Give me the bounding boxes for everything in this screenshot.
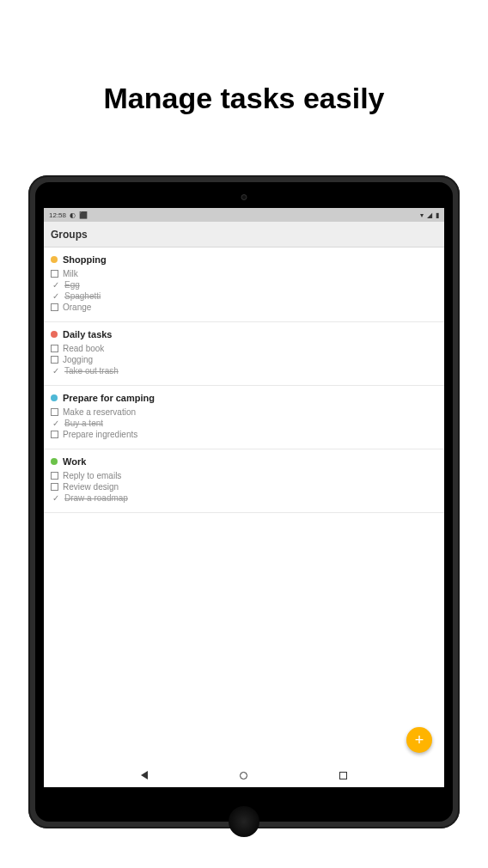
android-nav-bar (44, 763, 444, 787)
promo-headline: Manage tasks easily (104, 82, 385, 115)
task-label: Buy a tent (64, 419, 103, 428)
group-title: Work (63, 456, 86, 467)
task-label: Draw a roadmap (64, 493, 128, 503)
app-header: Groups (44, 222, 444, 248)
task-label: Jogging (63, 355, 93, 364)
nav-home-icon[interactable] (240, 772, 247, 779)
checkbox-icon[interactable] (51, 356, 58, 364)
add-fab-button[interactable]: + (406, 727, 432, 753)
status-time: 12:58 (49, 211, 66, 219)
group-header[interactable]: Work (51, 456, 437, 467)
status-bar-left: 12:58 ◐ ⬛ (49, 211, 88, 219)
group[interactable]: WorkReply to emailsReview design✓Draw a … (44, 449, 444, 513)
checkbox-icon[interactable] (51, 345, 58, 352)
status-icon: ⬛ (79, 211, 88, 219)
tablet-frame: 12:58 ◐ ⬛ ▾ ◢ ▮ Groups ShoppingMilk✓Egg✓… (28, 175, 460, 828)
groups-list[interactable]: ShoppingMilk✓Egg✓SpaghettiOrangeDaily ta… (44, 248, 444, 787)
task-row[interactable]: Make a reservation (51, 406, 437, 418)
task-label: Prepare ingredients (63, 430, 137, 439)
group-color-dot (51, 394, 58, 401)
task-label: Egg (64, 280, 80, 290)
checkbox-icon[interactable] (51, 483, 58, 491)
task-label: Take out trash (64, 366, 119, 376)
checkmark-icon[interactable]: ✓ (51, 493, 60, 503)
plus-icon: + (415, 731, 424, 749)
checkbox-icon[interactable] (51, 472, 58, 480)
battery-icon: ▮ (436, 211, 439, 219)
task-row[interactable]: ✓Buy a tent (51, 418, 437, 429)
group-title: Prepare for camping (63, 393, 155, 403)
nav-recent-icon[interactable] (339, 772, 347, 779)
signal-icon: ◢ (427, 211, 432, 219)
checkmark-icon[interactable]: ✓ (51, 280, 60, 290)
checkbox-icon[interactable] (51, 270, 58, 278)
status-icon: ◐ (70, 211, 76, 219)
group[interactable]: Daily tasksRead bookJogging✓Take out tra… (44, 322, 444, 386)
group-title: Daily tasks (63, 329, 112, 339)
checkmark-icon[interactable]: ✓ (51, 366, 60, 376)
group-color-dot (51, 458, 58, 465)
task-label: Spaghetti (64, 291, 101, 301)
task-row[interactable]: ✓Draw a roadmap (51, 492, 437, 504)
nav-back-icon[interactable] (141, 771, 148, 779)
task-row[interactable]: Milk (51, 268, 437, 279)
task-row[interactable]: Review design (51, 481, 437, 492)
task-row[interactable]: ✓Egg (51, 279, 437, 290)
app-screen: 12:58 ◐ ⬛ ▾ ◢ ▮ Groups ShoppingMilk✓Egg✓… (44, 208, 444, 787)
tablet-inner: 12:58 ◐ ⬛ ▾ ◢ ▮ Groups ShoppingMilk✓Egg✓… (35, 182, 453, 822)
task-label: Milk (63, 269, 78, 278)
task-label: Read book (63, 344, 104, 353)
group-header[interactable]: Prepare for camping (51, 393, 437, 403)
task-row[interactable]: Jogging (51, 354, 437, 365)
app-header-title: Groups (51, 229, 88, 241)
task-label: Review design (63, 482, 119, 492)
checkmark-icon[interactable]: ✓ (51, 419, 60, 428)
task-label: Orange (63, 303, 91, 312)
task-label: Reply to emails (63, 471, 121, 480)
group[interactable]: ShoppingMilk✓Egg✓SpaghettiOrange (44, 248, 444, 322)
wifi-icon: ▾ (420, 211, 424, 219)
checkmark-icon[interactable]: ✓ (51, 291, 60, 301)
checkbox-icon[interactable] (51, 408, 58, 416)
group-title: Shopping (63, 254, 107, 265)
task-row[interactable]: Prepare ingredients (51, 429, 437, 440)
checkbox-icon[interactable] (51, 431, 58, 438)
status-bar: 12:58 ◐ ⬛ ▾ ◢ ▮ (44, 208, 444, 222)
group-color-dot (51, 331, 58, 338)
group-header[interactable]: Daily tasks (51, 329, 437, 339)
task-row[interactable]: Orange (51, 302, 437, 313)
task-label: Make a reservation (63, 407, 136, 417)
task-row[interactable]: ✓Spaghetti (51, 290, 437, 302)
tablet-camera (241, 194, 247, 200)
checkbox-icon[interactable] (51, 303, 58, 311)
task-row[interactable]: Read book (51, 343, 437, 354)
group-header[interactable]: Shopping (51, 254, 437, 265)
group-color-dot (51, 256, 58, 263)
task-row[interactable]: ✓Take out trash (51, 365, 437, 376)
status-bar-right: ▾ ◢ ▮ (420, 211, 439, 219)
group[interactable]: Prepare for campingMake a reservation✓Bu… (44, 386, 444, 449)
tablet-home-button (229, 806, 259, 837)
task-row[interactable]: Reply to emails (51, 470, 437, 481)
